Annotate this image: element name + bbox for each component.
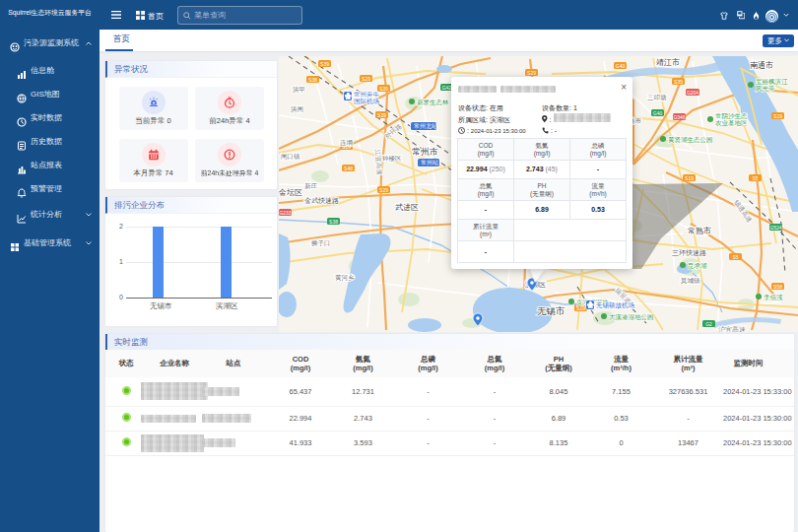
svg-text:新发生态林: 新发生态林 [417, 99, 449, 105]
svg-text:国际机场: 国际机场 [354, 98, 379, 105]
svg-text:S39: S39 [379, 86, 388, 92]
svg-text:钟楼区: 钟楼区 [381, 155, 402, 162]
svg-text:黄贤湖生态公园: 黄贤湖生态公园 [668, 136, 713, 144]
svg-text:三环快速路: 三环快速路 [672, 249, 706, 257]
svg-text:常熟市: 常熟市 [688, 227, 711, 235]
svg-text:新庄: 新庄 [304, 182, 318, 189]
svg-text:沪宜高速: 沪宜高速 [718, 326, 746, 332]
svg-text:S5: S5 [752, 175, 758, 181]
svg-text:李佰渎: 李佰渎 [764, 294, 783, 301]
svg-text:常州站: 常州站 [421, 160, 438, 166]
svg-text:常州北站: 常州北站 [414, 122, 437, 130]
svg-text:常州市: 常州市 [412, 147, 438, 157]
svg-text:S29: S29 [362, 76, 370, 82]
svg-text:闸口镇: 闸口镇 [281, 153, 300, 161]
svg-text:无锡硕放机场: 无锡硕放机场 [596, 301, 634, 309]
svg-text:S19: S19 [685, 175, 694, 181]
svg-text:S39: S39 [377, 112, 386, 118]
svg-text:S29: S29 [527, 70, 536, 76]
svg-text:连堈: 连堈 [340, 139, 353, 146]
svg-text:S58: S58 [773, 284, 782, 290]
svg-text:风光带: 风光带 [756, 85, 775, 93]
svg-text:G524: G524 [769, 225, 781, 231]
svg-text:G233: G233 [279, 210, 291, 216]
svg-text:洪闸: 洪闸 [291, 105, 303, 113]
svg-text:S29: S29 [379, 187, 388, 193]
svg-text:S19: S19 [576, 305, 585, 311]
svg-text:S19: S19 [773, 113, 782, 119]
svg-text:农业基地区: 农业基地区 [714, 119, 748, 126]
svg-text:金坛区: 金坛区 [279, 188, 302, 197]
svg-text:S35: S35 [674, 79, 683, 85]
svg-text:靖江市: 靖江市 [656, 58, 680, 67]
svg-text:S38: S38 [329, 219, 338, 225]
svg-text:常州奔牛: 常州奔牛 [354, 91, 380, 98]
svg-text:昆承湖: 昆承湖 [688, 262, 707, 270]
svg-text:G346: G346 [673, 114, 685, 120]
svg-text:无锡市: 无锡市 [537, 305, 565, 316]
svg-text:S5: S5 [732, 254, 738, 260]
svg-text:武进区: 武进区 [395, 203, 419, 212]
svg-text:狮子口: 狮子口 [311, 239, 331, 247]
svg-text:G42: G42 [442, 85, 452, 91]
svg-text:G2: G2 [705, 321, 712, 327]
svg-text:G204: G204 [687, 90, 698, 96]
svg-text:三叩塘: 三叩塘 [647, 94, 667, 101]
svg-text:G40: G40 [653, 110, 663, 116]
svg-text:G40: G40 [616, 63, 626, 69]
svg-text:大溪港湿地公园: 大溪港湿地公园 [609, 313, 654, 321]
svg-text:莫城镇: 莫城镇 [680, 277, 700, 285]
svg-text:S48: S48 [344, 166, 353, 171]
svg-text:黄河乡: 黄河乡 [335, 274, 355, 282]
svg-text:S38: S38 [308, 77, 317, 83]
svg-text:南通市: 南通市 [750, 60, 773, 70]
svg-text:洪甲: 洪甲 [293, 86, 305, 94]
svg-text:金武快速路: 金武快速路 [304, 197, 339, 205]
svg-text:S39: S39 [320, 61, 329, 67]
